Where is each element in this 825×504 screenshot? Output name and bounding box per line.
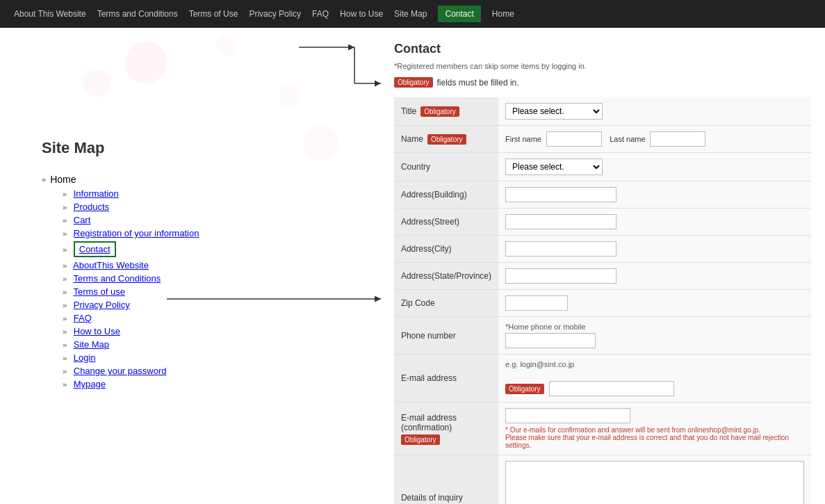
sitemap-terms-conditions[interactable]: » Terms and Conditions xyxy=(63,273,359,284)
sitemap-privacy[interactable]: » Privacy Policy xyxy=(63,300,359,310)
zip-label: Zip Code xyxy=(401,298,435,308)
phone-input[interactable] xyxy=(505,333,596,348)
first-name-label: First name xyxy=(505,135,541,143)
nav-home[interactable]: Home xyxy=(492,9,514,19)
chevron-icon: » xyxy=(42,175,46,184)
details-textarea[interactable] xyxy=(505,461,804,504)
sitemap-how-to-use[interactable]: » How to Use xyxy=(63,326,359,336)
sitemap-information[interactable]: » Information xyxy=(63,188,359,199)
field-details: Details of inquiry Obligatory xyxy=(394,455,811,505)
country-label: Country xyxy=(401,162,430,172)
sitemap-sub-items: » Information » Products » Cart » Regist… xyxy=(42,188,359,389)
field-address-street: Address(Street) xyxy=(394,209,811,236)
field-phone: Phone number *Home phone or mobile xyxy=(394,317,811,355)
field-email-confirm: E-mail address(confirmation) Obligatory … xyxy=(394,403,811,455)
sitemap-contact[interactable]: » Contact xyxy=(63,241,359,257)
last-name-label: Last name xyxy=(610,135,645,143)
nav-terms-conditions[interactable]: Terms and Conditions xyxy=(97,9,178,19)
email-hint: e.g. login@sint.co.jp xyxy=(505,360,804,368)
sitemap-faq[interactable]: » FAQ xyxy=(63,313,359,323)
address-state-label: Address(State/Province) xyxy=(401,271,491,281)
obligatory-badge: Obligatory xyxy=(394,77,433,88)
details-label: Details of inquiry xyxy=(401,493,463,503)
sitemap-home[interactable]: » Home xyxy=(42,174,359,185)
contact-note: *Registered members can skip some items … xyxy=(394,62,811,70)
address-building-input[interactable] xyxy=(505,187,616,202)
field-address-building: Address(Building) xyxy=(394,181,811,209)
nav-site-map[interactable]: Site Map xyxy=(394,9,427,19)
nav-contact[interactable]: Contact xyxy=(438,6,480,22)
address-state-input[interactable] xyxy=(505,268,616,284)
address-building-label: Address(Building) xyxy=(401,190,467,200)
sitemap-mypage[interactable]: » Mypage xyxy=(63,379,359,389)
email-badge: Obligatory xyxy=(505,384,544,394)
title-select[interactable]: Please select. xyxy=(505,103,603,120)
email-confirm-label: E-mail address(confirmation) xyxy=(401,413,457,432)
phone-label: Phone number xyxy=(401,331,456,341)
address-city-label: Address(City) xyxy=(401,244,452,254)
sitemap-terms-use[interactable]: » Terms of use xyxy=(63,286,359,297)
nav-how-to-use[interactable]: How to Use xyxy=(340,9,383,19)
field-zip: Zip Code xyxy=(394,290,811,317)
left-panel: Site Map » Home » Information » Products… xyxy=(0,28,380,504)
field-title: Title Obligatory Please select. xyxy=(394,97,811,126)
last-name-input[interactable] xyxy=(650,131,705,147)
sitemap-registration[interactable]: » Registration of your information xyxy=(63,228,359,238)
field-name: Name Obligatory First name Last name xyxy=(394,126,811,153)
field-email: E-mail address e.g. login@sint.co.jp Obl… xyxy=(394,355,811,403)
email-input[interactable] xyxy=(549,381,674,396)
email-warning: * Our e-mails for confirmation and answe… xyxy=(505,426,804,449)
sitemap-login[interactable]: » Login xyxy=(63,352,359,363)
nav-privacy[interactable]: Privacy Policy xyxy=(249,9,301,19)
address-street-label: Address(Street) xyxy=(401,217,459,227)
email-confirm-badge: Obligatory xyxy=(401,434,440,445)
nav-about[interactable]: About This Website xyxy=(14,9,86,19)
address-city-input[interactable] xyxy=(505,241,616,257)
nav-faq[interactable]: FAQ xyxy=(312,9,329,19)
title-label: Title xyxy=(401,106,416,116)
title-badge: Obligatory xyxy=(420,106,459,117)
right-panel: Contact *Registered members can skip som… xyxy=(380,28,825,504)
name-badge: Obligatory xyxy=(427,134,466,145)
arrow-nav-to-form xyxy=(0,28,382,139)
first-name-input[interactable] xyxy=(546,131,602,147)
sitemap-tree: » Home xyxy=(42,174,359,185)
contact-form-table: Title Obligatory Please select. Name Obl… xyxy=(394,97,811,504)
obligatory-note: Obligatory fields must be filled in. xyxy=(394,77,811,88)
sitemap-change-password[interactable]: » Change your password xyxy=(63,366,359,376)
sitemap-about[interactable]: » AboutThis Website xyxy=(63,260,359,270)
email-confirm-input[interactable] xyxy=(505,408,630,423)
address-street-input[interactable] xyxy=(505,214,616,229)
top-navigation: About This Website Terms and Conditions … xyxy=(0,0,825,28)
field-country: Country Please select. xyxy=(394,153,811,181)
email-label: E-mail address xyxy=(401,373,457,383)
nav-terms-use[interactable]: Terms of Use xyxy=(189,9,238,19)
country-select[interactable]: Please select. xyxy=(505,158,603,175)
sitemap-site-map[interactable]: » Site Map xyxy=(63,339,359,350)
field-address-state: Address(State/Province) xyxy=(394,263,811,290)
name-label: Name xyxy=(401,134,423,144)
obligatory-text: fields must be filled in. xyxy=(437,78,519,88)
sitemap-cart[interactable]: » Cart xyxy=(63,215,359,225)
contact-heading: Contact xyxy=(394,42,811,56)
sitemap-contact-link[interactable]: Contact xyxy=(79,244,111,254)
phone-hint: *Home phone or mobile xyxy=(505,323,804,331)
sitemap-products[interactable]: » Products xyxy=(63,202,359,212)
contact-highlight-box: Contact xyxy=(74,241,116,257)
sitemap-home-link[interactable]: Home xyxy=(50,174,76,185)
zip-input[interactable] xyxy=(505,295,568,311)
field-address-city: Address(City) xyxy=(394,236,811,263)
